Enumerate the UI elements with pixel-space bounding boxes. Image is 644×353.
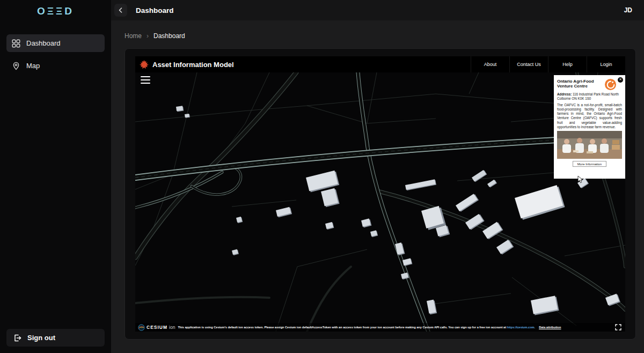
attribution-message-text: This application is using Cesium's defau… <box>178 326 507 329</box>
mouse-cursor-icon <box>577 175 584 183</box>
close-icon[interactable]: ✕ <box>618 77 623 83</box>
app-root: OΞΞD Dashboard Map <box>0 0 644 353</box>
hamburger-menu-icon[interactable] <box>140 75 151 85</box>
viewer-nav-help[interactable]: Help <box>548 56 587 72</box>
viewer-header: Asset Information Model About Contact Us… <box>135 56 625 72</box>
viewer-title: Asset Information Model <box>152 61 234 69</box>
sidebar-nav: Dashboard Map <box>0 23 111 322</box>
cesium-attribution-bar: CESIUM ion This application is using Ces… <box>135 323 625 332</box>
sign-out-button[interactable]: Sign out <box>6 329 105 347</box>
attribution-message: This application is using Cesium's defau… <box>178 326 535 329</box>
dashboard-grid-icon <box>12 39 20 48</box>
top-bar: Dashboard JD <box>111 0 644 20</box>
maple-leaf-icon <box>140 60 149 69</box>
asset-address: Address: 116 Industrial Park Road North … <box>557 92 622 101</box>
cesium-link[interactable]: https://cesium.com. <box>507 326 536 329</box>
data-attribution-link[interactable]: Data attribution <box>539 326 561 329</box>
panel-header: Ontario Agri-Food Venture Centre <box>557 79 622 90</box>
page-title: Dashboard <box>136 6 174 14</box>
sidebar-item-label: Map <box>26 62 40 70</box>
cesium-logo[interactable]: CESIUM ion <box>138 324 175 331</box>
viewer-nav-about[interactable]: About <box>471 56 509 72</box>
map-viewport: ✕ Ontario Agri-Food Venture Centre <box>135 72 625 332</box>
avatar[interactable]: JD <box>624 6 632 14</box>
sidebar-item-map[interactable]: Map <box>6 57 105 75</box>
chevron-left-icon <box>118 7 124 13</box>
asset-info-panel: ✕ Ontario Agri-Food Venture Centre <box>554 75 625 179</box>
cesium-ion-text: ion <box>169 325 175 330</box>
facility-photo <box>557 131 622 159</box>
cesium-brand-text: CESIUM <box>147 325 167 330</box>
sidebar-item-label: Dashboard <box>26 39 61 47</box>
viewer-nav-contact[interactable]: Contact Us <box>509 56 548 72</box>
main-column: Dashboard JD Home › Dashboard Asset Info… <box>111 0 644 353</box>
oafvc-logo <box>605 79 616 90</box>
sidebar: OΞΞD Dashboard Map <box>0 0 111 353</box>
breadcrumb-current: Dashboard <box>153 32 185 40</box>
sign-out-icon <box>13 334 21 342</box>
asset-description: The OAFVC is a not-for-profit, small-bat… <box>557 103 622 130</box>
map-pin-icon <box>12 62 20 70</box>
map-canvas[interactable] <box>135 72 625 332</box>
back-button[interactable] <box>114 4 127 17</box>
content-area: Home › Dashboard Asset Information Model… <box>111 20 644 353</box>
viewer-nav: About Contact Us Help Login <box>471 56 625 72</box>
more-information-button[interactable]: More Information <box>573 161 606 167</box>
breadcrumb-home[interactable]: Home <box>125 32 142 40</box>
viewer-nav-login[interactable]: Login <box>587 56 625 72</box>
sidebar-item-dashboard[interactable]: Dashboard <box>6 34 105 52</box>
viewer-card: Asset Information Model About Contact Us… <box>125 48 636 340</box>
sign-out-label: Sign out <box>27 334 55 342</box>
brand-logo: OΞΞD <box>0 0 111 23</box>
cesium-globe-icon <box>138 324 145 331</box>
breadcrumb-separator-icon: › <box>147 32 149 40</box>
breadcrumb: Home › Dashboard <box>125 32 644 40</box>
asset-title: Ontario Agri-Food Venture Centre <box>557 79 602 89</box>
address-label: Address: <box>557 92 572 96</box>
fullscreen-icon[interactable] <box>614 323 623 331</box>
